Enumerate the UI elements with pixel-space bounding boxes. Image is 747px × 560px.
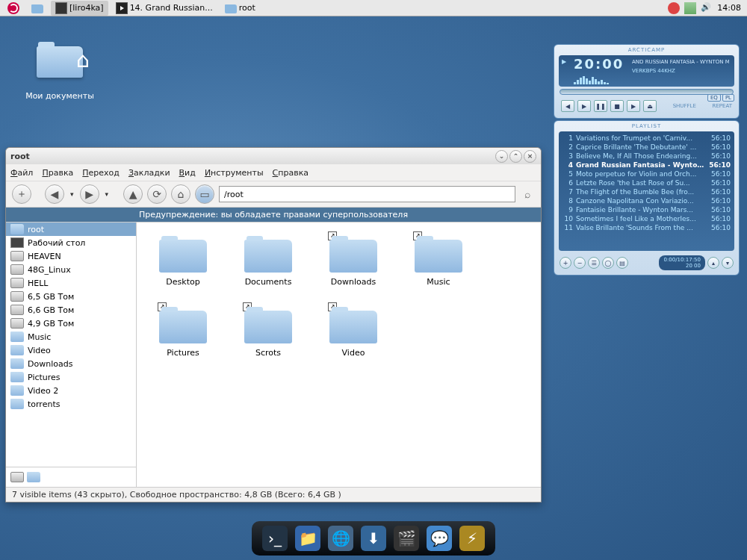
menu-справка[interactable]: Справка [273,168,309,178]
close-button[interactable]: × [524,150,536,163]
playlist-row[interactable]: 2Caprice Brillante 'The Debutante' ...56… [561,143,732,152]
sidebar-mode-places[interactable] [27,472,40,482]
reload-button[interactable]: ⟳ [147,184,167,204]
dock-video[interactable]: 🎬 [394,526,419,551]
pl-scroll-up[interactable]: ▴ [707,257,719,269]
sidebar-item-------------[interactable]: Рабочий стол [6,236,136,249]
playlist-box[interactable]: 1Variations for Trumpet on 'Carniv...56:… [559,131,734,251]
minimize-button[interactable]: ⌄ [495,150,508,163]
show-desktop[interactable] [27,1,48,15]
sidebar-item-4-9-gb----[interactable]: 4,9 GB Том [6,317,136,330]
file-label: Music [427,277,450,287]
sidebar-item-torrents[interactable]: torrents [6,397,136,411]
dock-winamp[interactable]: ⚡ [459,526,485,551]
sidebar-item-video-2[interactable]: Video 2 [6,384,136,397]
player-main-panel[interactable]: ARCTICAMP ▶ 20:00 AND RUSSIAN FANTASIA -… [554,44,740,119]
sidebar-item-heaven[interactable]: HEAVEN [6,249,136,263]
file-pane[interactable]: DesktopDocuments↗Downloads↗Music↗Picture… [137,223,541,487]
shuffle-button[interactable]: SHUFFLE [673,103,696,109]
folder-pictures[interactable]: ↗Pictures [144,301,222,372]
sidebar-item-48g-linux[interactable]: 48G_Linux [6,263,136,276]
pause-button[interactable]: ❚❚ [594,100,607,112]
menu-переход[interactable]: Переход [82,168,120,178]
sidebar-item-pictures[interactable]: Pictures [6,370,136,384]
dock-browser[interactable]: 🌐 [328,526,353,551]
sidebar-item-hell[interactable]: HELL [6,276,136,290]
menu-launcher[interactable] [3,1,24,16]
folder-desktop[interactable]: Desktop [144,230,222,301]
taskbar-item-terminal[interactable]: [liro4ka] [51,1,108,16]
tray-network-icon[interactable] [684,2,696,14]
playlist-row[interactable]: 10Sometimes I feel Like a Motherles...56… [561,214,732,223]
up-button[interactable]: ▲ [123,184,143,204]
track-title: Letzte Rose 'the Last Rose of Su... [576,179,707,187]
drive-icon [10,318,24,329]
pl-list-button[interactable]: ▤ [616,257,628,269]
folder-documents[interactable]: Documents [229,230,307,301]
computer-button[interactable]: ▭ [195,184,214,204]
playlist-row[interactable]: 5Moto perpetuo for Violin and Orch...56:… [561,169,732,178]
sidebar-item-root[interactable]: root [6,223,136,236]
folder-icon [329,311,377,343]
search-button[interactable]: ⌕ [520,188,535,200]
sidebar-item-6-5-gb----[interactable]: 6,5 GB Том [6,290,136,303]
sidebar-item-music[interactable]: Music [6,330,136,343]
sidebar-item-6-6-gb----[interactable]: 6,6 GB Том [6,303,136,317]
pl-remove-button[interactable]: − [574,257,586,269]
prev-button[interactable]: ◀ [561,100,574,112]
sidebar-item-downloads[interactable]: Downloads [6,357,136,370]
folder-downloads[interactable]: ↗Downloads [314,230,392,301]
track-duration: 56:10 [707,134,731,142]
playlist-row[interactable]: 9Fantaisie Brillante - Wynton Mars...56:… [561,205,732,214]
playlist-row[interactable]: 7The Flight of the Bumble Bee (fro...56:… [561,187,732,196]
folder-video[interactable]: ↗Video [314,301,392,372]
tray-volume-icon[interactable]: 🔊 [701,2,713,14]
dock-terminal[interactable]: ›_ [262,526,288,551]
menu-закладки[interactable]: Закладки [128,168,170,178]
back-button[interactable]: ◀ [45,184,64,204]
desktop-icon-documents[interactable]: Мои документы [22,37,97,101]
taskbar-item-filemanager[interactable]: root [220,1,260,15]
forward-button[interactable]: ▶ [80,184,99,204]
playlist-row[interactable]: 4Grand Russian Fantasia - Wynton ...56:1… [561,161,732,169]
menu-инструменты[interactable]: Инструменты [205,168,264,178]
path-input[interactable] [219,186,515,202]
playlist-row[interactable]: 8Canzone Napolitana Con Variazio...56:10 [561,196,732,205]
eq-button[interactable]: EQ [707,94,721,102]
pl-select-button[interactable]: ☰ [588,257,600,269]
add-tab-button[interactable]: ＋ [12,184,31,204]
repeat-button[interactable]: REPEAT [713,103,732,109]
maximize-button[interactable]: ⌃ [509,150,522,163]
track-duration: 56:10 [707,206,731,214]
dock-downloads[interactable]: ⬇ [361,526,386,551]
forward-history-dropdown[interactable]: ▾ [104,190,111,198]
playlist-row[interactable]: 3Believe Me, If All Those Endearing...56… [561,152,732,161]
stop-button[interactable]: ■ [610,100,624,112]
pl-misc-button[interactable]: ◯ [602,257,614,269]
time-display[interactable]: 20:00 [574,56,624,72]
folder-scrots[interactable]: ↗Scrots [229,301,307,372]
folder-music[interactable]: ↗Music [400,230,477,301]
playlist-row[interactable]: 6Letzte Rose 'the Last Rose of Su...56:1… [561,178,732,187]
pl-add-button[interactable]: + [560,257,571,269]
menu-вид[interactable]: Вид [179,168,196,178]
menu-файл[interactable]: Файл [10,168,33,178]
menu-правка[interactable]: Правка [42,168,73,178]
titlebar[interactable]: root ⌄ ⌃ × [6,148,541,164]
pl-scroll-down[interactable]: ▾ [722,257,734,269]
taskbar-item-media[interactable]: 14. Grand Russian... [111,1,217,16]
playlist-row[interactable]: 1Variations for Trumpet on 'Carniv...56:… [561,134,732,143]
play-button[interactable]: ▶ [577,100,591,112]
playlist-row[interactable]: 11Valse Brillante 'Sounds From the ...56… [561,223,732,232]
back-history-dropdown[interactable]: ▾ [69,190,75,198]
tray-update-icon[interactable] [668,2,680,14]
eject-button[interactable]: ⏏ [643,100,657,112]
dock-filemanager[interactable]: 📁 [295,526,320,551]
clock[interactable]: 14:08 [717,3,741,13]
home-button[interactable]: ⌂ [171,184,190,204]
next-button[interactable]: ▶ [627,100,640,112]
dock-chat[interactable]: 💬 [427,526,452,551]
sidebar-mode-drives[interactable] [10,472,24,482]
sidebar-item-video[interactable]: Video [6,343,136,357]
pl-button[interactable]: PL [722,94,734,102]
